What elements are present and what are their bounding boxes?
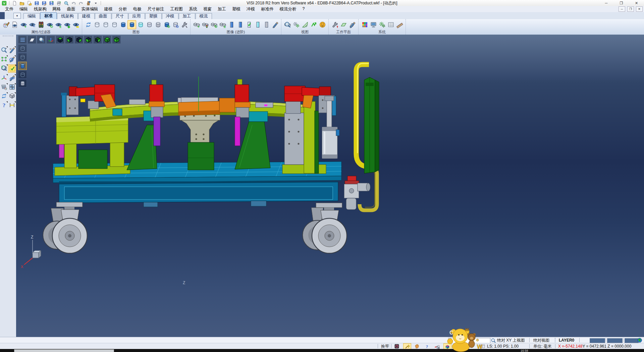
cyl-blue-icon[interactable]: [119, 20, 127, 29]
tab-建模[interactable]: 建模: [78, 13, 95, 19]
menu-标准件[interactable]: 标准件: [258, 6, 277, 12]
smiley-orange-icon[interactable]: [318, 20, 327, 29]
render-wire3-icon[interactable]: [18, 71, 27, 79]
tab-加工[interactable]: 加工: [179, 13, 195, 19]
view-cube-top-icon[interactable]: [56, 36, 64, 44]
redo-arrow-icon[interactable]: [77, 0, 84, 6]
status-hand-icon[interactable]: [413, 343, 421, 349]
draft-triangle-icon[interactable]: [301, 20, 309, 29]
absolute-view-indicator[interactable]: 绝对视图: [533, 338, 549, 343]
cyl-refresh-green-icon[interactable]: ↻: [162, 20, 171, 29]
cyl-cyan-icon[interactable]: [136, 20, 145, 29]
menu-视窗[interactable]: 视窗: [200, 6, 215, 12]
toolbar-grip[interactable]: [3, 36, 13, 39]
cyl-wire2-icon[interactable]: [101, 20, 110, 29]
menu-工程图[interactable]: 工程图: [167, 6, 186, 12]
preview-magnifier-icon[interactable]: [63, 0, 69, 6]
window-tiles-icon[interactable]: [8, 83, 16, 91]
undo-arrow-icon[interactable]: [70, 0, 77, 6]
render-hatch-icon[interactable]: [18, 79, 27, 87]
tab-塑膜[interactable]: 塑膜: [145, 13, 162, 19]
menu-冲模[interactable]: 冲模: [244, 6, 258, 12]
eye-plusminus-icon[interactable]: ±: [54, 20, 63, 29]
printer-icon[interactable]: [55, 0, 62, 6]
page-import-icon[interactable]: [26, 0, 33, 6]
minimize-button[interactable]: ─: [599, 0, 614, 6]
folder-open-icon[interactable]: [18, 0, 25, 6]
menu-?[interactable]: ?: [300, 6, 308, 12]
status-window-icon[interactable]: [479, 343, 486, 349]
view-axis-icon[interactable]: [46, 36, 55, 44]
menu-系统[interactable]: 系统: [186, 6, 200, 12]
measure-distance-icon[interactable]: [8, 101, 16, 109]
traffic-light-icon[interactable]: [37, 20, 45, 29]
cubes-traffic-icon[interactable]: [201, 20, 210, 29]
ruler-diagonal-icon[interactable]: [395, 20, 404, 29]
cyl-hatch-icon[interactable]: [154, 20, 162, 29]
filter-page-icon[interactable]: [10, 20, 19, 29]
tab-线架构[interactable]: 线架构: [57, 13, 78, 19]
zoom-cube-icon[interactable]: ±: [0, 64, 8, 72]
help-question-icon[interactable]: ?: [0, 101, 8, 109]
view-cube-back-icon[interactable]: [93, 36, 102, 44]
filter-brush-icon[interactable]: [2, 20, 10, 29]
plane-pencil-icon[interactable]: [348, 20, 357, 29]
dropdown-arrow-icon[interactable]: [92, 0, 99, 6]
board-check-icon[interactable]: [245, 20, 253, 29]
page-new-icon[interactable]: [11, 0, 18, 6]
cyl-blue-active-icon[interactable]: [127, 20, 136, 29]
gears-pair-icon[interactable]: [292, 20, 301, 29]
taskbar-app-button[interactable]: [14, 349, 114, 352]
menu-模流分析[interactable]: 模流分析: [277, 6, 300, 12]
eye-show-icon[interactable]: [63, 20, 71, 29]
board-hatch-icon[interactable]: [262, 20, 271, 29]
view-plane-icon[interactable]: [28, 36, 36, 44]
menu-尺寸标注[interactable]: 尺寸标注: [145, 6, 167, 12]
board-cyan-icon[interactable]: [253, 20, 262, 29]
render-wire-icon[interactable]: [18, 44, 27, 52]
menu-网格[interactable]: 网格: [50, 6, 64, 12]
color-mosaic-icon[interactable]: [360, 20, 369, 29]
tools-wrench-icon[interactable]: [180, 20, 189, 29]
menu-分析[interactable]: 分析: [116, 6, 130, 12]
plane-green-icon[interactable]: [339, 20, 348, 29]
view-cube-left-icon[interactable]: [84, 36, 93, 44]
board-blue-icon[interactable]: [227, 20, 236, 29]
tab-list-dropdown[interactable]: ▼: [13, 13, 21, 19]
view-cube-right-icon[interactable]: [74, 36, 83, 44]
tab-尺寸[interactable]: 尺寸: [112, 13, 128, 19]
eye-lasso-minus-icon[interactable]: −: [28, 20, 37, 29]
axis-orient-icon[interactable]: [0, 74, 8, 82]
layers-palette-icon[interactable]: [0, 83, 8, 91]
seal-stamp-icon[interactable]: [85, 0, 92, 6]
disk-save-icon[interactable]: [33, 0, 40, 6]
tab-冲模[interactable]: 冲模: [162, 13, 178, 19]
gears-green-icon[interactable]: [378, 20, 386, 29]
menu-电极[interactable]: 电极: [130, 6, 145, 12]
pencil-spline-icon[interactable]: [8, 74, 16, 82]
arrow-green-check-icon[interactable]: [309, 20, 318, 29]
magnifier-select-icon[interactable]: [0, 46, 8, 54]
view-cubes-magnify-icon[interactable]: [283, 20, 292, 29]
cube-shade-icon[interactable]: [8, 92, 16, 100]
eye-refresh-icon[interactable]: ↻: [45, 20, 54, 29]
cyl-wire3-icon[interactable]: [110, 20, 119, 29]
refresh-regen-icon[interactable]: [0, 92, 8, 100]
maximize-button[interactable]: ❐: [614, 0, 629, 6]
menu-实体编辑[interactable]: 实体编辑: [78, 6, 101, 12]
view-mode-indicator[interactable]: 绝对 XY 上视图: [497, 338, 525, 343]
menu-曲面[interactable]: 曲面: [64, 6, 78, 12]
menu-加工[interactable]: 加工: [215, 6, 229, 12]
eye-hide-icon[interactable]: [71, 20, 80, 29]
disk-saveas-icon[interactable]: [41, 0, 47, 6]
color-swatch-2[interactable]: [607, 338, 623, 343]
3d-viewport[interactable]: Z X Z: [16, 35, 644, 337]
eye-plus-icon[interactable]: +: [19, 20, 28, 29]
globe-icon[interactable]: [636, 337, 643, 343]
tab-编辑[interactable]: 编辑: [23, 13, 40, 19]
board-blue2-icon[interactable]: [236, 20, 245, 29]
status-help-icon[interactable]: ?: [423, 343, 431, 349]
tab-应用[interactable]: 应用: [128, 13, 145, 19]
view-cube-iso-icon[interactable]: [103, 36, 111, 44]
view-zoom-icon[interactable]: [37, 36, 46, 44]
